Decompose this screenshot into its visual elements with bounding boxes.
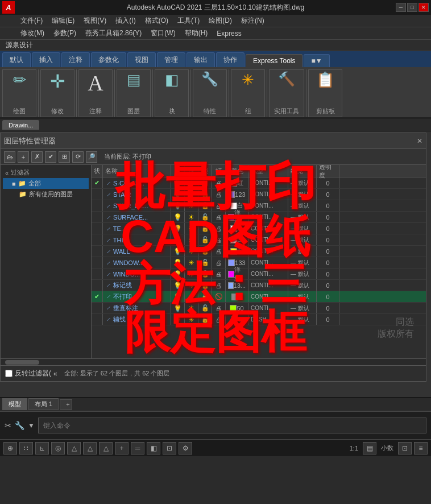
new-layer-btn[interactable]: 🗁 <box>4 151 15 163</box>
color-0[interactable]: 红 <box>226 177 248 188</box>
freeze-3[interactable]: ☀ <box>185 212 198 222</box>
on-6[interactable]: 💡 <box>171 246 185 257</box>
color-10[interactable]: 8 <box>226 291 248 302</box>
print-2[interactable]: 🖨 <box>212 200 226 211</box>
lock-8[interactable]: 🔓 <box>198 268 212 279</box>
tab-default[interactable]: 默认 <box>2 52 31 67</box>
menu-file[interactable]: 文件(F) <box>17 15 46 27</box>
layer-row-3[interactable]: ⟋ SURFACE... 💡 ☀ 🔓 🖨 洋红 CONTI... — 默认 0 <box>92 212 426 223</box>
layer-row-6[interactable]: ⟋ WALL 💡 ☀ 🔓 🖨 黄 CONTI... — 默认 0 <box>92 246 426 257</box>
layer-row-0[interactable]: ✔ ⟋ S-COLU-... 💡 ☀ 🔓 🖨 红 CONTI... — 默认 0 <box>92 177 426 189</box>
color-5[interactable]: 白 <box>226 234 248 245</box>
print-12[interactable]: 🖨 <box>212 314 226 325</box>
tab-model[interactable]: 模型 <box>2 398 27 410</box>
search-btn[interactable]: 🔎 <box>86 151 97 163</box>
lock-3[interactable]: 🔓 <box>198 212 212 222</box>
layer-row-7[interactable]: ⟋ WNDOW... 💡 ☀ 🔓 🖨 133 CONTI... — 默认 0 <box>92 257 426 268</box>
print-11[interactable]: 🖨 <box>212 303 226 313</box>
grid-btn[interactable]: ∷ <box>19 442 33 455</box>
tab-view[interactable]: 视图 <box>127 52 156 67</box>
on-9[interactable]: 💡 <box>171 280 185 291</box>
filter-collapse-btn[interactable]: « <box>53 370 57 378</box>
lock-6[interactable]: 🔓 <box>198 246 212 257</box>
color-4[interactable]: 白 <box>226 223 248 234</box>
menu-draw[interactable]: 绘图(D) <box>205 15 235 27</box>
color-6[interactable]: 黄 <box>226 246 248 257</box>
on-5[interactable]: 💡 <box>171 234 185 245</box>
linewidth-btn[interactable]: ═ <box>131 442 144 455</box>
refresh-btn[interactable]: ⟳ <box>72 151 84 163</box>
workspace-btn[interactable]: ▤ <box>363 442 376 455</box>
menu-modify[interactable]: 修改(M) <box>17 27 48 39</box>
lock-7[interactable]: 🔓 <box>198 257 212 268</box>
tab-collaborate[interactable]: 协作 <box>216 52 244 67</box>
layer-row-12[interactable]: ⟋ 辅线 💡 ☀ 🔓 🖨 8 DASH — 默认 0 <box>92 314 426 325</box>
tab-insert[interactable]: 插入 <box>32 52 60 67</box>
lock-9[interactable]: 🔓 <box>198 280 212 291</box>
close-panel-icon[interactable]: ✕ <box>417 137 422 145</box>
tab-manage[interactable]: 管理 <box>157 52 185 67</box>
menu-format[interactable]: 格式(O) <box>142 15 172 27</box>
color-1[interactable]: 123 <box>226 189 248 200</box>
snap-btn[interactable]: ⊕ <box>3 442 17 455</box>
layer-row-2[interactable]: ⟋ STAIR_BE... 💡 ☀ 🔓 🖨 白 CONTI... — 默认 0 <box>92 200 426 212</box>
layer-states-btn[interactable]: ⊞ <box>59 151 70 163</box>
tab-more[interactable]: ■▼ <box>304 54 329 67</box>
on-4[interactable]: 💡 <box>171 223 185 234</box>
ortho-btn[interactable]: ⊾ <box>35 442 49 455</box>
cmd-wrench-icon[interactable]: 🔧 <box>15 421 24 430</box>
on-12[interactable]: 💡 <box>171 314 185 325</box>
print-10[interactable]: 🚫 <box>212 291 226 302</box>
freeze-2[interactable]: ☀ <box>185 200 198 211</box>
drawing-tab-active[interactable]: Drawin... <box>2 120 39 130</box>
color-11[interactable]: 50 <box>226 303 248 313</box>
lock-11[interactable]: 🔓 <box>198 303 212 313</box>
print-9[interactable]: 🖨 <box>212 280 226 291</box>
on-0[interactable]: 💡 <box>171 177 185 188</box>
on-8[interactable]: 💡 <box>171 268 185 279</box>
menu-window[interactable]: 窗口(W) <box>147 27 179 39</box>
polar-btn[interactable]: ◎ <box>51 442 65 455</box>
filter-collapse-icon[interactable]: « <box>5 170 9 176</box>
layer-row-9[interactable]: ⟋ 标记线 💡 ☀ 🔓 🖨 13... CONTI... — 默认 0 <box>92 280 426 291</box>
layer-row-4[interactable]: ⟋ TE... 💡 ☀ 🔓 🖨 白 CONTI... — 默认 0 <box>92 223 426 234</box>
print-5[interactable]: 🖨 <box>212 234 226 245</box>
freeze-6[interactable]: ☀ <box>185 246 198 257</box>
menu-dimension[interactable]: 标注(N) <box>238 15 268 27</box>
layer-scroll-x[interactable] <box>1 358 426 365</box>
scroll-thumb[interactable] <box>5 360 39 365</box>
menu-yuanquan[interactable]: 源泉设计 <box>2 39 36 51</box>
freeze-9[interactable]: ☀ <box>185 280 198 291</box>
menu-param[interactable]: 参数(P) <box>50 27 80 39</box>
color-9[interactable]: 13... <box>226 280 248 291</box>
color-12[interactable]: 8 <box>226 314 248 325</box>
lock-0[interactable]: 🔓 <box>198 177 212 188</box>
fullscreen-btn[interactable]: ⊡ <box>398 442 412 455</box>
minimize-button[interactable]: ─ <box>396 3 406 12</box>
cmd-scissors-icon[interactable]: ✂ <box>5 421 11 430</box>
col-header-name[interactable]: 名称 <box>103 165 171 177</box>
lock-4[interactable]: 🔓 <box>198 223 212 234</box>
tab-annotation[interactable]: 注释 <box>61 52 90 67</box>
menu-tools[interactable]: 工具(T) <box>174 15 203 27</box>
freeze-7[interactable]: ☀ <box>185 257 198 268</box>
cmd-dropdown-icon[interactable]: ▼ <box>28 422 35 429</box>
filter-all[interactable]: ■ 📁 全部 <box>3 178 89 189</box>
layer-row-1[interactable]: ⟋ STAIR 💡 ☀ 🔓 🖨 123 CONTI... — 默认 0 <box>92 189 426 200</box>
layer-row-10[interactable]: ✔ ⟋ 不打印 💡 ☀ 🔓 🚫 8 CONTI... — 默认 0 <box>92 291 426 303</box>
close-button[interactable]: ✕ <box>418 3 429 12</box>
menu-insert[interactable]: 插入(I) <box>112 15 139 27</box>
freeze-1[interactable]: ☀ <box>185 189 198 200</box>
print-0[interactable]: 🖨 <box>212 177 226 188</box>
freeze-5[interactable]: ☀ <box>185 234 198 245</box>
print-8[interactable]: 🖨 <box>212 268 226 279</box>
on-2[interactable]: 💡 <box>171 200 185 211</box>
freeze-11[interactable]: ☀ <box>185 303 198 313</box>
on-10[interactable]: 💡 <box>171 291 185 302</box>
tab-output[interactable]: 输出 <box>187 52 215 67</box>
menu-yanxiu[interactable]: 燕秀工具箱2.86(Y) <box>82 27 145 39</box>
delete-layer-btn[interactable]: ✗ <box>31 151 43 163</box>
freeze-0[interactable]: ☀ <box>185 177 198 188</box>
menu-express[interactable]: Express <box>213 28 244 39</box>
layer-row-5[interactable]: ⟋ THIN 💡 ☀ 🔓 🖨 白 CONTI... — 默认 0 <box>92 234 426 246</box>
